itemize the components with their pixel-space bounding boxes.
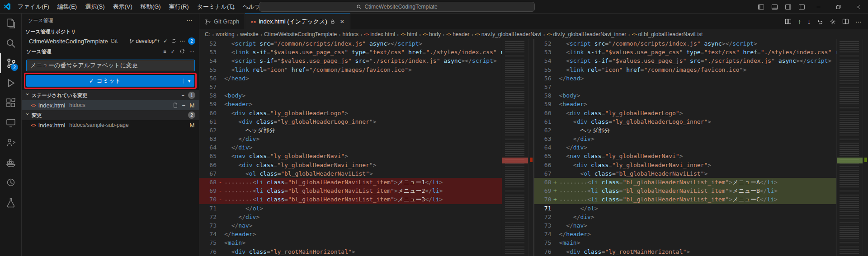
breadcrumb-item[interactable]: <>div.ly_globalHeaderNavi_inner — [547, 31, 627, 37]
diff-sign — [217, 161, 224, 169]
settings-gear-icon[interactable] — [830, 19, 836, 25]
repository-name: CtimeWebsiteCodingTemplate — [29, 38, 108, 45]
breadcrumb-item[interactable]: htdocs — [343, 31, 359, 37]
html-file-icon: <> — [31, 123, 36, 128]
repositories-section-header[interactable]: ソース管理リポジトリ — [22, 27, 199, 36]
diff-sign — [552, 100, 559, 108]
git-branch-icon — [129, 39, 134, 44]
run-debug-icon[interactable] — [0, 73, 21, 93]
menu-go[interactable]: 移動(G) — [137, 0, 165, 14]
breadcrumb-item[interactable]: <>index.html — [364, 31, 395, 37]
remote-explorer-icon[interactable] — [0, 113, 21, 133]
line-number: 72 — [199, 213, 217, 221]
toggle-primary-sidebar-icon[interactable] — [754, 0, 768, 14]
more-actions-icon[interactable]: ⋯ — [855, 18, 862, 25]
source-control-icon[interactable]: 2 — [0, 53, 21, 73]
split-editor-icon[interactable] — [842, 18, 849, 25]
navigate-back-icon[interactable]: ← — [228, 3, 237, 11]
diff-sign — [217, 117, 224, 126]
close-tab-icon[interactable]: ✕ — [340, 19, 344, 25]
breadcrumb-item[interactable]: <>html — [401, 31, 417, 37]
changed-file-row[interactable]: <> index.html htdocs/sample-sub-page M — [22, 120, 199, 130]
code-line: 65 <nav class="ly_globalHeaderNavi"> — [534, 152, 837, 160]
refresh-icon[interactable] — [179, 49, 185, 54]
scm-more-icon[interactable]: ⋯ — [189, 49, 194, 55]
discard-icon[interactable] — [817, 19, 823, 25]
minimap[interactable] — [836, 39, 863, 256]
open-file-icon[interactable] — [173, 102, 178, 108]
test-explorer-icon[interactable] — [0, 192, 21, 212]
line-number: 60 — [199, 109, 217, 117]
toggle-panel-icon[interactable] — [768, 0, 781, 14]
unstage-all-icon[interactable]: − — [182, 93, 184, 98]
code-editor-original[interactable]: 52 <script src="/common/scripts/index.js… — [199, 39, 502, 256]
staged-file-row[interactable]: <> index.html htdocs − M — [22, 100, 199, 110]
commit-action-icon[interactable]: ✓ — [171, 49, 175, 55]
sidebar-more-actions-icon[interactable]: ⋯ — [186, 17, 193, 24]
diff-sign — [552, 247, 559, 256]
breadcrumb-separator: › — [419, 31, 421, 38]
docker-icon[interactable] — [0, 153, 21, 172]
customize-layout-icon[interactable] — [795, 0, 808, 14]
chevron-down-icon: › — [24, 113, 31, 117]
diff-sign: - — [217, 186, 224, 195]
unstage-file-icon[interactable]: − — [182, 102, 185, 109]
diff-sign — [552, 39, 559, 48]
minimize-button[interactable] — [808, 0, 828, 14]
next-change-icon[interactable]: ↓ — [807, 18, 811, 25]
breadcrumb-item[interactable]: <>ol.bl_globalHeaderNaviList — [632, 31, 703, 37]
minimap[interactable] — [502, 39, 528, 256]
restore-button[interactable] — [828, 0, 848, 14]
menu-selection[interactable]: 選択(S) — [81, 0, 108, 14]
breadcrumb-item[interactable]: CtimeWebsiteCodingTemplate — [264, 31, 337, 37]
search-view-icon[interactable] — [0, 33, 21, 53]
toggle-secondary-sidebar-icon[interactable] — [781, 0, 795, 14]
diff-sign — [217, 65, 224, 74]
staged-changes-header[interactable]: › ステージされている変更 − 1 — [22, 90, 199, 100]
menu-edit[interactable]: 編集(E) — [53, 0, 81, 14]
live-share-icon[interactable] — [0, 133, 21, 153]
code-line: 64 </div> — [199, 143, 502, 152]
gitlens-icon[interactable] — [0, 172, 21, 192]
menu-run[interactable]: 実行(R) — [165, 0, 193, 14]
file-name: index.html — [38, 102, 65, 109]
tab-git-graph[interactable]: Git Graph — [199, 14, 245, 29]
breadcrumb-item[interactable]: <>body — [423, 31, 441, 37]
menu-view[interactable]: 表示(V) — [109, 0, 137, 14]
html-file-icon: <> — [364, 32, 369, 37]
commit-button[interactable]: ✓ コミット ▾ — [26, 75, 194, 87]
symbol-element-icon: <> — [547, 32, 552, 37]
open-changes-icon[interactable] — [785, 18, 792, 25]
repository-row[interactable]: CtimeWebsiteCodingTemplate Git develop*+… — [22, 36, 199, 46]
commit-message-input[interactable] — [26, 60, 195, 71]
code-editor-modified[interactable]: 52 <script src="/common/scripts/index.js… — [534, 39, 837, 256]
search-icon — [356, 4, 362, 9]
breadcrumb-item[interactable]: working — [216, 31, 234, 37]
diff-sign — [552, 91, 559, 100]
explorer-icon[interactable] — [0, 14, 21, 33]
commit-check-icon[interactable]: ✓ — [163, 38, 168, 44]
close-window-button[interactable] — [848, 0, 868, 14]
repository-more-icon[interactable]: ⋯ — [179, 38, 185, 44]
breadcrumb-item[interactable]: <>header — [446, 31, 469, 37]
navigate-forward-icon[interactable]: → — [244, 3, 253, 11]
breadcrumb-item[interactable]: <>nav.ly_globalHeaderNavi — [475, 31, 541, 37]
breadcrumb-item[interactable]: website — [240, 31, 259, 37]
breadcrumb-item[interactable]: C: — [205, 31, 210, 37]
branch-indicator[interactable]: develop*+ — [129, 38, 160, 44]
chevron-down-icon: › — [24, 93, 31, 98]
scm-section-header[interactable]: ソース管理 ≡ ✓ ⋯ — [22, 46, 199, 57]
tab-index-html[interactable]: <> index.html (インデックス) ✕ — [245, 14, 350, 29]
command-center-search[interactable]: CtimeWebsiteCodingTemplate — [259, 2, 535, 12]
view-mode-icon[interactable]: ≡ — [163, 49, 166, 54]
menu-file[interactable]: ファイル(F) — [14, 0, 53, 14]
changes-header[interactable]: › 変更 2 — [22, 110, 199, 120]
overview-ruler — [528, 39, 533, 256]
refresh-icon[interactable] — [171, 38, 176, 44]
commit-dropdown-arrow[interactable]: ▾ — [184, 79, 194, 84]
breadcrumb-separator: › — [627, 31, 630, 38]
code-line: 60 <div class="ly_globalHeaderLogo"> — [534, 109, 837, 117]
extensions-icon[interactable] — [0, 93, 21, 113]
line-number: 56 — [199, 74, 217, 83]
previous-change-icon[interactable]: ↑ — [798, 18, 801, 25]
